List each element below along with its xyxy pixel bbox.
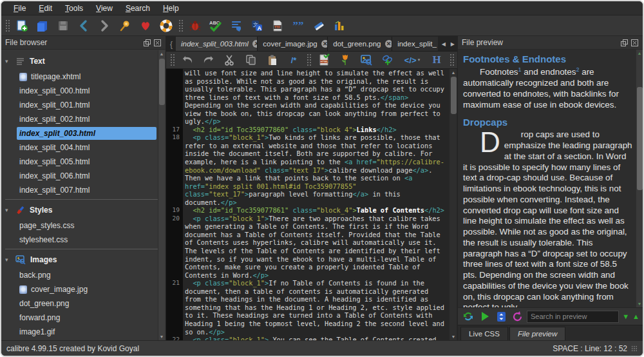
code-row[interactable]: to it. These headings are turned into a … — [166, 311, 450, 320]
save-icon[interactable] — [55, 17, 71, 34]
file-item[interactable]: back.png — [17, 269, 156, 282]
toolbar-drag-handle[interactable] — [450, 53, 454, 66]
file-item[interactable]: index_split_007.html — [17, 184, 156, 197]
scroll-tabs-left-icon[interactable]: ◀ — [439, 41, 448, 47]
change-tag-icon[interactable]: </>▾ — [401, 52, 424, 68]
editor-scrollbar[interactable]: ▲ ▼ — [450, 69, 457, 340]
code-row[interactable]: view the book on, this dropcap can look … — [166, 110, 450, 118]
file-item[interactable]: dot_green.png — [17, 297, 156, 310]
find-previous-icon[interactable]: ▲ — [632, 313, 639, 320]
preview-tab-file-preview[interactable]: File preview — [509, 327, 565, 340]
arrange-icon[interactable] — [228, 17, 245, 34]
toolbar-drag-handle[interactable] — [5, 19, 10, 32]
code-row[interactable]: Then we have a link that points back to … — [166, 174, 450, 182]
beautify-icon[interactable] — [337, 52, 354, 68]
code-row[interactable]: from the headings in the document. A hea… — [166, 295, 450, 304]
code-row[interactable]: document, then a table of contents is au… — [166, 287, 450, 296]
code-row[interactable]: something that has the Heading 1 or Head… — [166, 304, 450, 312]
smarten-punctuation-icon[interactable]: ”” — [290, 17, 307, 34]
copy-icon[interactable] — [243, 52, 260, 68]
section-text[interactable]: ▾Text — [1, 53, 166, 69]
toolbar-drag-handle[interactable] — [178, 19, 183, 32]
find-next-icon[interactable]: ▼ — [622, 313, 629, 320]
section-images[interactable]: ▾Images — [1, 252, 166, 267]
file-item[interactable]: index_split_003.html — [17, 127, 156, 140]
code-row[interactable]: indent, so if you want the ebook to have… — [166, 255, 450, 264]
open-book-icon[interactable] — [34, 17, 51, 34]
code-editor[interactable]: will use font size and line height to si… — [166, 69, 457, 340]
redo-icon[interactable] — [200, 52, 217, 68]
code-row[interactable]: inside the document itself. Both are sup… — [166, 150, 450, 158]
file-item[interactable]: index_split_002.html — [17, 113, 156, 126]
code-row[interactable]: example, here is a link pointing to the … — [166, 158, 450, 166]
code-row[interactable]: will use font size and line height to si… — [166, 69, 450, 77]
code-row[interactable]: 22 <p class="block_1"> You can see the T… — [166, 336, 450, 340]
insert-image-icon[interactable] — [358, 52, 375, 68]
code-row[interactable]: ebook.com/download" class="text_17">cali… — [166, 166, 450, 175]
reload-preview-icon[interactable] — [511, 308, 524, 325]
new-book-icon[interactable] — [14, 17, 30, 34]
code-row[interactable]: The levels of the Table of Contents are … — [166, 247, 450, 255]
file-item[interactable]: index_split_001.html — [17, 99, 156, 111]
file-item[interactable]: cover_image.jpg — [17, 283, 156, 296]
float-panel-icon[interactable] — [143, 39, 151, 47]
code-row[interactable]: of Contents uses hyperlinks, calibre wil… — [166, 238, 450, 247]
code-row[interactable]: 21 <p class="block_1">If no Table of Con… — [166, 279, 450, 287]
donate-heart-icon[interactable] — [137, 17, 154, 34]
check-book-bug-icon[interactable] — [187, 17, 204, 34]
file-item[interactable]: forward.png — [17, 311, 156, 324]
menu-item-view[interactable]: View — [90, 3, 118, 14]
file-item[interactable]: index_split_000.html — [17, 84, 156, 97]
undo-icon[interactable] — [179, 52, 196, 68]
heading-icon[interactable]: H — [428, 52, 445, 68]
section-styles[interactable]: ▾Styles — [1, 202, 166, 218]
spell-check-icon[interactable]: ABC — [207, 17, 224, 34]
back-icon[interactable] — [75, 17, 92, 34]
code-row[interactable]: 17 <h2 id="id_Toc359077860" class="block… — [166, 126, 450, 134]
file-item[interactable]: index_split_005.html — [17, 155, 156, 168]
menu-item-search[interactable]: Search — [120, 3, 156, 14]
float-panel-icon[interactable] — [620, 39, 629, 47]
refresh-preview-icon[interactable] — [461, 308, 475, 325]
file-item[interactable]: titlepage.xhtml — [17, 70, 156, 83]
file-item[interactable]: index_split_006.html — [17, 169, 156, 182]
code-row[interactable]: document has a Table of Contents itself.… — [166, 231, 450, 239]
code-row[interactable]: 18 <p class="block_1">Two kinds of links… — [166, 133, 450, 142]
editor-tab[interactable]: index_split_ — [392, 37, 438, 51]
editor-tab[interactable]: dot_green.png✕ — [328, 37, 392, 51]
code-row[interactable]: Depending on the screen width and capabi… — [166, 101, 450, 110]
code-row[interactable]: Heading 1 being the topmost level, Headi… — [166, 320, 450, 328]
toolbar-drag-handle[interactable] — [307, 53, 311, 66]
close-tab-icon[interactable]: ✕ — [321, 40, 328, 48]
forward-icon[interactable] — [96, 17, 113, 34]
scroll-tabs-right-icon[interactable]: ▶ — [448, 41, 457, 47]
code-row[interactable]: as possible. While not as good as the or… — [166, 77, 450, 86]
code-row[interactable]: three lines of text with a font size of … — [166, 93, 450, 102]
resize-grip[interactable] — [631, 345, 638, 352]
close-tab-icon[interactable]: ✕ — [252, 40, 258, 48]
editor-tab[interactable]: cover_image.jpg✕ — [258, 37, 328, 51]
file-item[interactable]: image1.gif — [17, 325, 156, 338]
preview-search-input[interactable] — [527, 311, 619, 323]
code-row[interactable]: Contents, make sure you create a properl… — [166, 263, 450, 271]
help-lifebuoy-icon[interactable] — [158, 17, 175, 34]
close-panel-icon[interactable] — [630, 39, 639, 47]
fix-html-icon[interactable]: HTML — [316, 52, 332, 68]
sync-position-icon[interactable] — [495, 308, 507, 325]
code-row[interactable]: usually tolerable. This paragraph has a … — [166, 85, 450, 93]
editor-tab[interactable]: index_split_003.html✕ — [176, 37, 258, 51]
code-row[interactable]: Contents in Word.</p> — [166, 271, 450, 280]
code-row[interactable]: ugly.</p> — [166, 117, 450, 126]
code-row[interactable]: 19 <h2 id="id_Toc359077861" class="block… — [166, 206, 450, 215]
file-browser-scrollbar[interactable]: ▲ ▼ — [158, 50, 165, 340]
menu-item-tools[interactable]: Tools — [59, 3, 89, 14]
code-row[interactable]: so on.</p> — [166, 328, 450, 336]
embed-fonts-icon[interactable]: TTF — [269, 17, 286, 34]
translate-icon[interactable]: 文A — [249, 17, 265, 34]
code-row[interactable]: document.</p> — [166, 198, 450, 207]
code-row[interactable]: when generating a Table of Contents. The… — [166, 222, 450, 231]
reports-icon[interactable] — [331, 17, 348, 34]
file-item[interactable]: stylesheet.css — [17, 233, 156, 246]
file-item[interactable]: index_split_004.html — [17, 141, 156, 154]
preview-scrollbar[interactable]: ▲ ▼ — [636, 50, 643, 307]
